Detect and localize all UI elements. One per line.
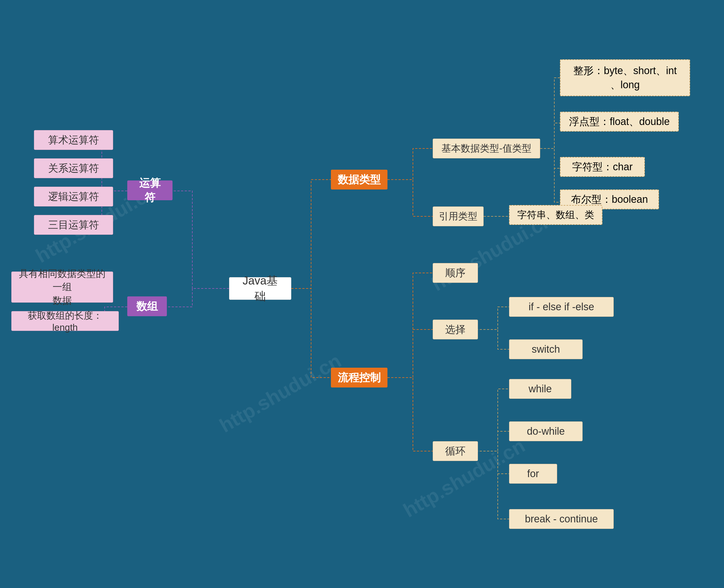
node-logical: 逻辑运算符 bbox=[34, 187, 113, 207]
node-switch: switch bbox=[509, 339, 582, 359]
node-for: for bbox=[509, 464, 557, 484]
node-arithmetic: 算术运算符 bbox=[34, 130, 113, 150]
node-integer: 整形：byte、short、int 、long bbox=[560, 59, 690, 96]
node-sequential: 顺序 bbox=[433, 263, 478, 283]
node-char: 字符型：char bbox=[560, 157, 645, 177]
node-selection: 选择 bbox=[433, 320, 478, 339]
watermark-2: http.shudui.cn bbox=[215, 349, 345, 437]
node-do-while: do-while bbox=[509, 421, 582, 441]
node-relational: 关系运算符 bbox=[34, 159, 113, 178]
node-operators: 运算符 bbox=[127, 181, 172, 200]
node-ternary: 三目运算符 bbox=[34, 215, 113, 235]
node-array: 数组 bbox=[127, 296, 167, 316]
node-loop: 循环 bbox=[433, 441, 478, 461]
node-data-types: 数据类型 bbox=[331, 170, 387, 189]
node-java-basics: Java基础 bbox=[229, 277, 291, 300]
node-ref-type: 引用类型 bbox=[433, 207, 484, 226]
node-flow-control: 流程控制 bbox=[331, 368, 387, 387]
node-while: while bbox=[509, 379, 571, 399]
node-array-length: 获取数组的长度：length bbox=[11, 311, 119, 331]
node-break-continue: break - continue bbox=[509, 509, 614, 529]
node-basic-type: 基本数据类型-值类型 bbox=[433, 139, 540, 159]
node-if-else: if - else if -else bbox=[509, 297, 614, 317]
node-array-desc: 具有相同数据类型的一组 数据 bbox=[11, 272, 113, 302]
node-string-array-class: 字符串、数组、类 bbox=[509, 205, 602, 225]
node-float: 浮点型：float、double bbox=[560, 112, 679, 131]
